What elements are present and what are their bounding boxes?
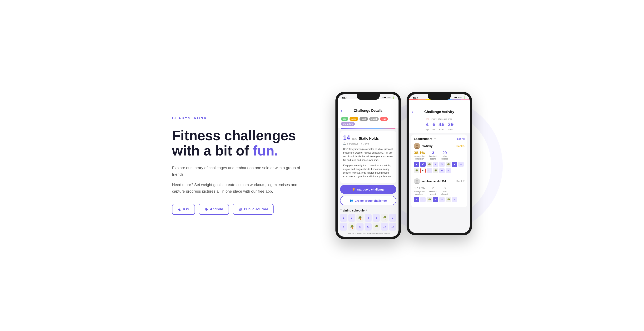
stat-streak-2: 2 day streakrecord [429, 186, 438, 195]
challenge-header: 14 days Static Holds [343, 134, 393, 141]
screen-title-1: Challenge Details [354, 109, 382, 113]
user-avatar-1 [414, 143, 420, 149]
cta-buttons: iOS Android Public Journal [172, 204, 303, 215]
day-badge-rest-4: 🌴 [433, 168, 438, 173]
left-content: BEARYSTRONK Fitness challenges with a bi… [172, 116, 303, 215]
status-icons-2: ●●● WiFi 🔋 [454, 96, 466, 99]
countdown-values: 4 days 6 hrs 46 mins 39 [412, 121, 466, 131]
countdown-section: ⏰ Time till challenge ends 4 days 6 hrs [409, 116, 470, 133]
day-1[interactable]: 1 [340, 214, 347, 222]
user-row-1: rawfishy Rank 1 38.1% average daycomplet… [414, 143, 465, 173]
countdown-days: 4 days [425, 121, 429, 131]
action-buttons: 🏆 Start solo challenge 👥 Create group ch… [338, 185, 398, 207]
day-8[interactable]: 8 [340, 223, 347, 230]
user-stats-2: 17.0% average daycompletion 2 day streak… [414, 186, 465, 195]
user-info-1: rawfishy Rank 1 [414, 143, 465, 149]
journal-button[interactable]: Public Journal [233, 204, 274, 215]
screen-header-1: ‹ Challenge Details [338, 99, 398, 115]
tag-legs: legs [380, 117, 388, 121]
phone-challenge-details: 5:13 ●●● WiFi 🔋 ‹ Challenge Details abs … [336, 92, 401, 239]
day-badge-5: 5 [439, 162, 445, 167]
day-badge-13: 13 [439, 168, 445, 173]
stat-streak-1: 3 day streakrecord [429, 151, 438, 160]
day-badge-rest-2: 🌴 [446, 162, 451, 167]
user-stats-1: 38.1% average daycompletion 3 day streak… [414, 151, 465, 160]
day-4[interactable]: 4 [365, 214, 372, 222]
rank-1-label: Rank 1 [456, 145, 465, 147]
ios-button[interactable]: iOS [172, 204, 195, 215]
user-days-1: ✓ ✓ 🌴 4 5 🌴 ✓ 8 🌴 10 11 🌴 13 [414, 162, 465, 173]
challenge-card: 14 days Static Holds 🦾 4 exercises ↻ 3 s… [340, 131, 396, 183]
leaderboard-header: Leaderboard ? See All [414, 137, 465, 141]
user-days-2: ✓ 2 🌴 ✓ 5 🌴 7 [414, 197, 465, 202]
tag-abs: abs [341, 117, 348, 121]
day-badge-11: 11 [426, 168, 432, 173]
divider-1 [414, 176, 465, 176]
svg-point-6 [416, 180, 418, 182]
day-3[interactable]: 🌴 [356, 214, 364, 222]
phone-notch [356, 94, 380, 100]
user-row-2: ample-emerald-304 Rank 2 17.0% average d… [414, 178, 465, 202]
day-13[interactable]: 13 [381, 223, 388, 230]
day-badge-8: 8 [458, 162, 464, 167]
tag-arms: arms [350, 117, 358, 121]
phone-screen-2: 5:13 ●●● WiFi 🔋 [409, 94, 470, 233]
back-button-2[interactable]: ‹ [412, 110, 413, 114]
status-icons-1: ●●● WiFi 🔋 [382, 96, 395, 99]
day-badge-check: ✓ [414, 162, 419, 167]
day-5[interactable]: 5 [373, 214, 380, 222]
day-badge-u2-5: 5 [439, 197, 445, 202]
countdown-mins: 46 mins [438, 121, 444, 131]
brand-logo: BEARYSTRONK [172, 116, 303, 120]
screen-header-2: ‹ Challenge Activity [409, 100, 470, 116]
day-badge-rest: 🌴 [426, 162, 432, 167]
day-badge-check-2: ✓ [420, 162, 426, 167]
android-icon [204, 208, 208, 211]
status-time-1: 5:13 [342, 96, 346, 99]
phones-container: 5:13 ●●● WiFi 🔋 ‹ Challenge Details abs … [336, 92, 472, 239]
back-button-1[interactable]: ‹ [341, 109, 342, 113]
day-badge-u2-rest-2: 🌴 [446, 197, 451, 202]
description-1: Explore our library of challenges and em… [172, 165, 303, 178]
day-badge-rest-3: 🌴 [414, 168, 419, 173]
day-badge-10: 10 [420, 168, 426, 173]
username-1: rawfishy [422, 145, 455, 148]
stat-mins-1: 29 minsclocked [442, 151, 448, 160]
stat-mins-2: 8 minsclocked [442, 186, 448, 195]
headline: Fitness challenges with a bit of fun. [172, 128, 303, 158]
day-badge-u2-7: 7 [452, 197, 457, 202]
start-solo-button[interactable]: 🏆 Start solo challenge [340, 185, 396, 194]
android-button[interactable]: Android [199, 204, 229, 215]
day-11[interactable]: 11 [365, 223, 372, 230]
day-2[interactable]: 2 [348, 214, 356, 222]
day-badge-u2-1: ✓ [414, 197, 419, 202]
globe-icon [238, 208, 242, 211]
countdown-secs: 39 secs [448, 121, 454, 131]
schedule-section: Training schedule ? 1 2 🌴 4 5 🌴 7 8 🌴 10 [338, 207, 398, 237]
schedule-title: Training schedule ? [340, 209, 396, 212]
status-time-2: 5:13 [413, 96, 418, 99]
create-group-button[interactable]: 👥 Create group challenge [340, 196, 396, 205]
tag-back: back [360, 117, 368, 121]
day-6[interactable]: 🌴 [381, 214, 388, 222]
day-badge-4: 4 [433, 162, 438, 167]
user-info-2: ample-emerald-304 Rank 2 [414, 178, 465, 184]
day-7[interactable]: 7 [389, 214, 396, 222]
tags-row: abs arms back chest legs shoulders [338, 115, 398, 128]
day-10[interactable]: 10 [356, 223, 364, 230]
day-14[interactable]: 14 [389, 223, 396, 230]
day-9[interactable]: 🌴 [348, 223, 356, 230]
description-2: Need more? Set weight goals, create cust… [172, 181, 303, 195]
day-badge-u2-2: 2 [420, 197, 426, 202]
tag-shoulders: shoulders [341, 122, 355, 126]
tag-chest: chest [369, 117, 379, 121]
user-avatar-2 [414, 178, 420, 184]
day-badge-u2-rest: 🌴 [426, 197, 432, 202]
leaderboard-section: Leaderboard ? See All [411, 135, 467, 207]
see-all-link[interactable]: See All [457, 138, 465, 140]
day-12[interactable]: 🌴 [373, 223, 380, 230]
day-badge-u2-check: ✓ [433, 197, 438, 202]
challenge-meta: 🦾 4 exercises ↻ 3 sets [343, 142, 393, 145]
day-badge-check-3: ✓ [452, 162, 457, 167]
phone-challenge-activity: 5:13 ●●● WiFi 🔋 [406, 92, 472, 235]
